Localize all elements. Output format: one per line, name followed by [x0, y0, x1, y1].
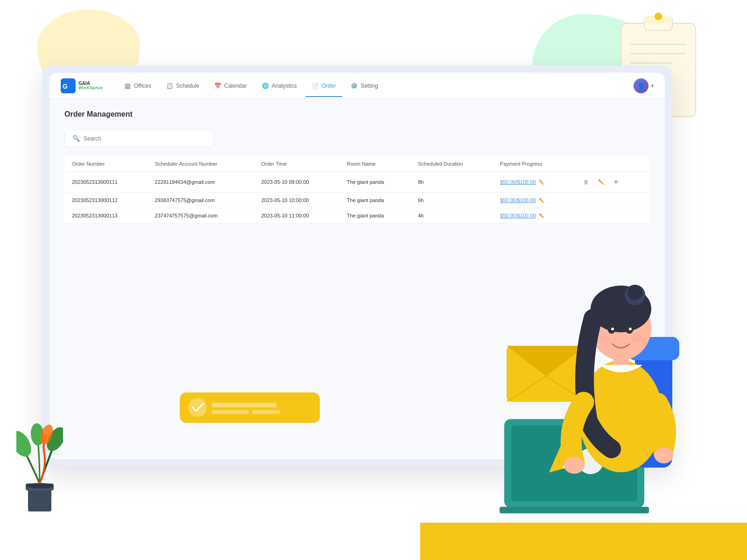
cell-duration: 6h [410, 193, 493, 208]
profile-area[interactable]: 👤 ▾ [634, 78, 654, 93]
workspace-text: WorKSpAce [78, 86, 103, 91]
nav-label-analytics: Analystics [272, 83, 297, 89]
cell-payment: $50.00/$100.00 ✏️ [493, 193, 573, 208]
page-title: Order Management [64, 110, 650, 119]
cell-scheduler: 237474757575@gmail.com [148, 208, 254, 224]
cell-room-name: The giant panda [339, 172, 410, 193]
nav-item-order[interactable]: 📄 Order [305, 79, 343, 93]
table-row: 2023052313000112 29383747575@gmail.com 2… [64, 193, 650, 208]
col-header-scheduler: Scheduler Account Number [148, 156, 254, 172]
cell-actions: 🗑 ✏️ 👁 [573, 172, 650, 193]
nav-item-schedule[interactable]: 📋 Schedule [160, 79, 206, 93]
svg-point-14 [188, 398, 207, 417]
svg-point-30 [627, 285, 642, 300]
profile-dropdown-icon: ▾ [651, 83, 654, 88]
edit-icon[interactable]: ✏️ [596, 176, 607, 188]
cell-order-time: 2023-05-10 09:00:00 [254, 172, 339, 193]
col-header-actions [573, 156, 650, 172]
gaia-logo-icon: G [61, 78, 76, 93]
nav-label-calendar: Calendar [224, 83, 247, 89]
svg-rect-17 [252, 410, 280, 414]
navbar: G GAIAWorKSpAce 🏢 Offices 📋 Schedule 📅 [49, 73, 665, 99]
cell-order-number: 2023052313000112 [64, 193, 148, 208]
nav-label-order: Order [322, 83, 336, 89]
search-icon: 🔍 [72, 135, 80, 142]
svg-point-39 [655, 448, 673, 463]
logo-area: G GAIAWorKSpAce [61, 78, 103, 93]
cell-room-name: The giant panda [339, 208, 410, 224]
search-container: 🔍 [64, 130, 214, 147]
cell-scheduler: 29383747575@gmail.com [148, 193, 254, 208]
cell-order-number: 2023052313000111 [64, 172, 148, 193]
table-row: 2023052313000111 22281184634@gmail.com 2… [64, 172, 650, 193]
plant-decoration [16, 420, 63, 516]
gear-icon: ⚙️ [351, 83, 358, 89]
svg-rect-16 [211, 410, 249, 414]
svg-point-38 [564, 457, 585, 474]
svg-point-3 [655, 13, 662, 20]
schedule-icon: 📋 [166, 83, 173, 89]
nav-item-offices[interactable]: 🏢 Offices [118, 79, 158, 93]
analytics-icon: 🌐 [262, 83, 269, 89]
cell-room-name: The giant panda [339, 193, 410, 208]
desk-surface [420, 523, 747, 560]
svg-rect-15 [211, 403, 277, 407]
svg-text:G: G [63, 83, 68, 90]
col-header-order-time: Order Time [254, 156, 339, 172]
cell-duration: 4h [410, 208, 493, 224]
cell-order-time: 2023-05-10 11:00:00 [254, 208, 339, 224]
view-icon[interactable]: 👁 [611, 176, 622, 188]
nav-items: 🏢 Offices 📋 Schedule 📅 Calendar 🌐 Analys… [118, 79, 634, 93]
search-input[interactable] [84, 135, 206, 142]
nav-label-offices: Offices [134, 83, 151, 89]
payment-edit-icon[interactable]: ✏️ [539, 198, 544, 203]
table-header-row: Order Number Scheduler Account Number Or… [64, 156, 650, 172]
col-header-room-name: Room Name [339, 156, 410, 172]
col-header-payment: Payment Progress [493, 156, 573, 172]
toast-notification [180, 392, 320, 425]
logo-text: GAIAWorKSpAce [78, 81, 103, 91]
delete-icon[interactable]: 🗑 [581, 176, 592, 188]
svg-point-36 [632, 336, 643, 343]
cell-actions [573, 193, 650, 208]
payment-edit-icon[interactable]: ✏️ [539, 180, 544, 185]
col-header-order-number: Order Number [64, 156, 148, 172]
svg-point-42 [26, 483, 54, 489]
calendar-icon: 📅 [214, 83, 221, 89]
col-header-duration: Scheduled Duration [410, 156, 493, 172]
avatar: 👤 [634, 78, 648, 93]
cell-scheduler: 22281184634@gmail.com [148, 172, 254, 193]
building-icon: 🏢 [124, 83, 131, 89]
cell-duration: 8h [410, 172, 493, 193]
cell-payment: $50.00/$100.00 ✏️ [493, 172, 573, 193]
order-icon: 📄 [312, 83, 319, 89]
nav-item-calendar[interactable]: 📅 Calendar [208, 79, 254, 93]
cell-order-number: 2023052313000113 [64, 208, 148, 224]
svg-point-33 [611, 328, 614, 330]
svg-point-34 [629, 328, 632, 330]
character-illustration [528, 206, 724, 524]
nav-item-analytics[interactable]: 🌐 Analystics [255, 79, 303, 93]
cell-order-time: 2023-05-10 10:00:00 [254, 193, 339, 208]
nav-item-setting[interactable]: ⚙️ Setting [344, 79, 384, 93]
svg-point-35 [599, 336, 610, 343]
nav-label-schedule: Schedule [176, 83, 199, 89]
nav-label-setting: Setting [360, 83, 378, 89]
